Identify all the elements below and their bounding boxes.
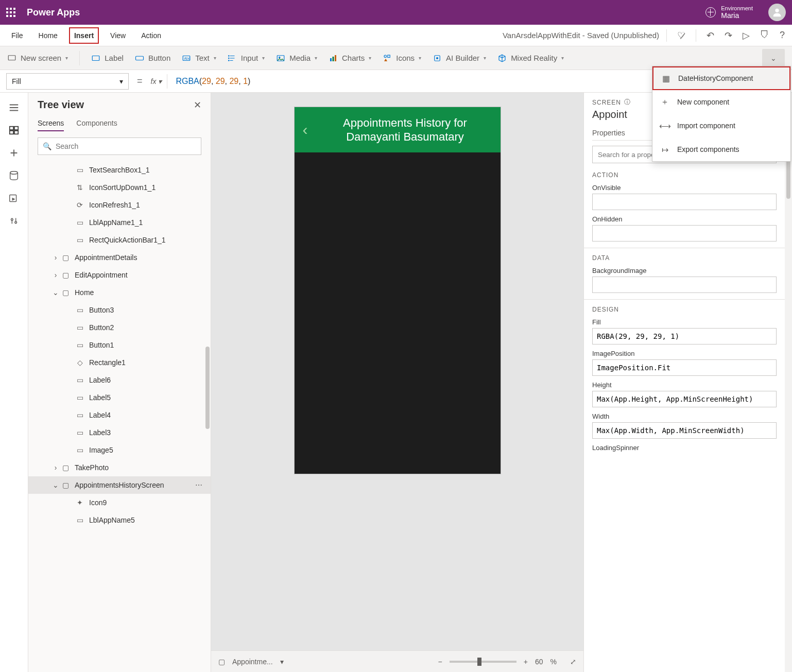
svg-point-8: [228, 60, 229, 61]
text-button[interactable]: Abc Text▾: [182, 54, 216, 63]
data-icon[interactable]: [8, 170, 20, 181]
input-backgroundimage[interactable]: [592, 277, 777, 293]
more-icon[interactable]: ⋯: [195, 481, 202, 489]
tree-node[interactable]: ▭LblAppName5: [28, 511, 211, 529]
close-icon[interactable]: ✕: [194, 99, 201, 111]
undo-icon[interactable]: ↶: [707, 30, 714, 41]
svg-point-6: [228, 55, 229, 56]
redo-icon[interactable]: ↷: [725, 30, 732, 41]
icons-button[interactable]: Icons▾: [383, 54, 421, 63]
zoom-out-button[interactable]: −: [438, 658, 442, 666]
tab-action[interactable]: Action: [137, 28, 165, 43]
menu-item-datehistory[interactable]: ▦ DateHistoryComponent: [652, 66, 790, 90]
menu-item-export-components[interactable]: ↦ Export components: [652, 137, 790, 161]
tree-tab-screens[interactable]: Screens: [38, 116, 64, 131]
tree-node[interactable]: ⟳IconRefresh1_1: [28, 196, 211, 214]
tree-node[interactable]: ›▢TakePhoto: [28, 459, 211, 476]
menu-item-new-component[interactable]: ＋ New component: [652, 90, 790, 114]
tree-search-input[interactable]: [38, 137, 201, 155]
fullscreen-icon[interactable]: ⤢: [570, 658, 576, 666]
play-icon[interactable]: ▷: [743, 30, 750, 41]
svg-rect-3: [135, 56, 143, 60]
input-height[interactable]: [592, 391, 777, 407]
input-fill[interactable]: [592, 328, 777, 344]
tab-home[interactable]: Home: [35, 28, 62, 43]
label-button[interactable]: Label: [91, 54, 124, 63]
zoom-slider[interactable]: [450, 661, 516, 663]
tree-node[interactable]: ▭Button1: [28, 336, 211, 354]
formula-input[interactable]: RGBA(29, 29, 29, 1): [176, 76, 250, 86]
settings-icon[interactable]: [8, 215, 20, 227]
tree-node[interactable]: ⌄▢Home: [28, 284, 211, 301]
label-width: Width: [592, 412, 777, 420]
ai-builder-button[interactable]: AI Builder▾: [433, 54, 486, 63]
app-checker-icon[interactable]: ♡̷: [677, 30, 685, 41]
tree-node[interactable]: ◇Rectangle1: [28, 354, 211, 371]
input-width[interactable]: [592, 422, 777, 439]
tab-view[interactable]: View: [106, 28, 130, 43]
fx-label[interactable]: fx▾: [151, 77, 162, 85]
zoom-in-button[interactable]: +: [524, 658, 528, 666]
input-onhidden[interactable]: [592, 225, 777, 242]
tree-view-icon[interactable]: [8, 125, 20, 136]
share-icon[interactable]: ⛉: [760, 30, 769, 41]
screen-icon: ▢: [60, 288, 71, 297]
tree-node[interactable]: ▭RectQuickActionBar1_1: [28, 231, 211, 249]
chevron-right-icon[interactable]: ›: [51, 463, 60, 472]
input-button[interactable]: Input▾: [228, 54, 265, 63]
mixed-reality-button[interactable]: Mixed Reality▾: [497, 54, 564, 63]
tree-node[interactable]: ✦Icon9: [28, 494, 211, 511]
chevron-down-icon[interactable]: ⌄: [51, 288, 60, 297]
new-screen-button[interactable]: New screen▾: [7, 54, 68, 63]
insert-icon[interactable]: [8, 147, 20, 159]
tree-node[interactable]: ▭Button2: [28, 319, 211, 336]
hamburger-icon[interactable]: [8, 102, 20, 113]
app-preview[interactable]: ‹ Appointments History for Damayanti Bas…: [295, 107, 501, 474]
chevron-down-icon[interactable]: ▾: [280, 658, 284, 666]
equals-label: =: [137, 76, 143, 87]
chevron-down-icon[interactable]: ⌄: [51, 481, 60, 489]
tree-scrollbar[interactable]: [205, 347, 210, 429]
section-action: ACTION: [592, 171, 777, 179]
chevron-right-icon[interactable]: ›: [51, 271, 60, 279]
info-icon[interactable]: ⓘ: [624, 98, 631, 107]
export-icon: ↦: [660, 145, 670, 154]
tree-node[interactable]: ⇅IconSortUpDown1_1: [28, 179, 211, 196]
input-onvisible[interactable]: [592, 194, 777, 210]
app-launcher-icon[interactable]: [6, 8, 15, 17]
tree-node[interactable]: ›▢EditAppointment: [28, 266, 211, 284]
tab-file[interactable]: File: [7, 28, 27, 43]
media-button[interactable]: Media▾: [276, 54, 317, 63]
tree-node[interactable]: ▭Label4: [28, 406, 211, 424]
chevron-right-icon[interactable]: ›: [51, 253, 60, 262]
screen-crumb-label: SCREEN: [592, 99, 621, 106]
screen-crumb[interactable]: Appointme...: [232, 658, 273, 666]
tab-properties[interactable]: Properties: [592, 126, 625, 140]
tab-insert[interactable]: Insert: [69, 27, 99, 44]
back-icon[interactable]: ‹: [303, 121, 318, 139]
tree-node[interactable]: ›▢AppointmentDetails: [28, 249, 211, 266]
globe-icon: [705, 7, 716, 18]
charts-button[interactable]: Charts▾: [329, 54, 371, 63]
svg-point-0: [775, 9, 779, 12]
tree-tab-components[interactable]: Components: [76, 116, 117, 131]
button-button[interactable]: Button: [135, 54, 170, 63]
right-scrollbar[interactable]: [785, 93, 792, 672]
tree-node[interactable]: ▭Label3: [28, 424, 211, 441]
tree-node[interactable]: ▭LblAppName1_1: [28, 214, 211, 231]
ribbon-more-button[interactable]: ⌄: [762, 49, 785, 67]
tree-node[interactable]: ▭Image5: [28, 441, 211, 459]
menu-item-import-component[interactable]: ⟷ Import component: [652, 114, 790, 137]
input-imageposition[interactable]: [592, 359, 777, 376]
tree-node[interactable]: ▭Label6: [28, 371, 211, 389]
environment-picker[interactable]: Environment Maria: [705, 5, 753, 20]
media-rail-icon[interactable]: [8, 193, 20, 204]
tree-node[interactable]: ▭Button3: [28, 301, 211, 319]
input-icon: [228, 54, 237, 63]
tree-node[interactable]: ▭TextSearchBox1_1: [28, 161, 211, 179]
property-selector[interactable]: Fill▾: [6, 73, 129, 90]
help-icon[interactable]: ?: [780, 30, 785, 41]
user-avatar[interactable]: [768, 4, 786, 21]
tree-node[interactable]: ▭Label5: [28, 389, 211, 406]
tree-node-selected[interactable]: ⌄▢AppointmentsHistoryScreen⋯: [28, 476, 211, 494]
